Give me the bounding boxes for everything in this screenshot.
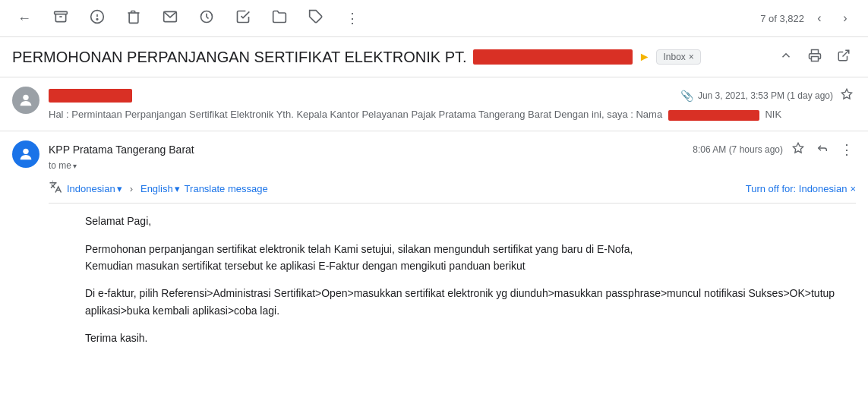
star-icon-1 xyxy=(841,88,853,104)
paperclip-icon: 📎 xyxy=(680,90,693,102)
delete-button[interactable] xyxy=(122,6,146,30)
clock-icon xyxy=(199,9,214,28)
star-button-1[interactable] xyxy=(838,87,856,105)
move-button[interactable] xyxy=(267,6,292,30)
task-button[interactable] xyxy=(231,6,255,30)
email-preview-1: Hal : Permintaan Perpanjangan Sertifikat… xyxy=(49,108,856,122)
translate-direction-icon: › xyxy=(130,183,133,194)
prev-arrow-icon: ‹ xyxy=(817,11,821,25)
archive-button[interactable] xyxy=(49,6,73,30)
translate-icon xyxy=(49,180,62,197)
report-icon xyxy=(90,9,105,28)
pagination-text: 7 of 3,822 xyxy=(760,13,804,24)
inbox-badge[interactable]: Inbox × xyxy=(656,49,700,65)
email-body: Selamat Pagi, Permohonan perpanjangan se… xyxy=(49,204,856,346)
svg-point-4 xyxy=(96,18,98,20)
report-button[interactable] xyxy=(85,6,109,30)
svg-line-9 xyxy=(843,50,849,56)
closing: Terima kasih. xyxy=(85,330,856,346)
subject-icons xyxy=(774,45,856,69)
svg-point-12 xyxy=(23,149,28,154)
star-icon-2 xyxy=(792,142,804,158)
back-button[interactable]: ← xyxy=(12,6,36,30)
email-message-1: 📎 Jun 3, 2021, 3:53 PM (1 day ago) Hal :… xyxy=(0,77,868,131)
email-icon xyxy=(163,9,178,28)
svg-rect-0 xyxy=(55,11,68,14)
new-window-icon xyxy=(837,49,851,66)
svg-marker-11 xyxy=(841,89,851,99)
inbox-close-icon[interactable]: × xyxy=(689,52,694,62)
print-icon xyxy=(808,49,822,66)
to-me-row: to me ▾ xyxy=(49,160,856,171)
to-me-dropdown-icon[interactable]: ▾ xyxy=(73,162,77,170)
subject-redacted xyxy=(473,49,633,65)
sender-name-2: KPP Pratama Tangerang Barat xyxy=(49,144,194,156)
timestamp-text-2: 8:06 AM (7 hours ago) xyxy=(693,144,783,155)
chevron-up-button[interactable] xyxy=(774,45,798,69)
to-me-text: to me xyxy=(49,160,71,171)
subject-title: PERMOHONAN PERPANJANGAN SERTIFIKAT ELEKT… xyxy=(12,49,766,66)
sender-row-1: 📎 Jun 3, 2021, 3:53 PM (1 day ago) xyxy=(49,87,856,105)
email-timestamp-1: 📎 Jun 3, 2021, 3:53 PM (1 day ago) xyxy=(680,87,856,105)
next-email-button[interactable]: › xyxy=(835,8,856,29)
prev-email-button[interactable]: ‹ xyxy=(809,8,830,29)
to-lang-dropdown-icon: ▾ xyxy=(175,183,180,194)
nik-label: NIK xyxy=(765,109,781,120)
avatar-2 xyxy=(12,140,39,168)
more-button[interactable]: ⋮ xyxy=(340,6,365,30)
back-icon: ← xyxy=(17,11,31,27)
email-header-1: 📎 Jun 3, 2021, 3:53 PM (1 day ago) Hal :… xyxy=(12,87,856,122)
tag-icon xyxy=(308,9,324,28)
next-arrow-icon: › xyxy=(843,11,847,25)
inbox-label: Inbox xyxy=(663,52,685,62)
from-lang[interactable]: Indonesian ▾ xyxy=(67,183,122,194)
translate-bar: Indonesian ▾ › English ▾ Translate messa… xyxy=(49,174,856,204)
more-vert-icon: ⋮ xyxy=(346,10,359,27)
timestamp-text-1: Jun 3, 2021, 3:53 PM (1 day ago) xyxy=(698,90,833,101)
greeting: Selamat Pagi, xyxy=(85,213,856,229)
nik-redacted xyxy=(668,110,759,121)
email-meta-1: 📎 Jun 3, 2021, 3:53 PM (1 day ago) Hal :… xyxy=(49,87,856,122)
more-vert-icon-2: ⋮ xyxy=(840,141,854,158)
turn-off-text: Turn off for: Indonesian xyxy=(746,183,847,194)
snooze-button[interactable] xyxy=(194,6,219,30)
body-para2: Di e-faktur, pilih Referensi>Administras… xyxy=(85,285,856,319)
reply-icon xyxy=(816,142,829,158)
archive-icon xyxy=(53,9,68,28)
svg-point-10 xyxy=(23,95,28,100)
task-icon xyxy=(235,9,251,28)
translate-message-button[interactable]: Translate message xyxy=(185,183,268,194)
email-button[interactable] xyxy=(158,6,182,30)
chevron-up-icon xyxy=(779,49,793,66)
sender-row-2: KPP Pratama Tangerang Barat xyxy=(49,144,194,156)
to-lang[interactable]: English ▾ xyxy=(140,183,180,194)
more-button-2[interactable]: ⋮ xyxy=(838,140,856,159)
from-lang-dropdown-icon: ▾ xyxy=(117,183,122,194)
print-button[interactable] xyxy=(803,45,827,69)
svg-marker-13 xyxy=(793,143,803,153)
pagination: 7 of 3,822 ‹ › xyxy=(760,8,856,29)
from-lang-text: Indonesian xyxy=(67,183,115,194)
preview-text-1: Hal : Permintaan Perpanjangan Sertifikat… xyxy=(49,109,662,120)
delete-icon xyxy=(126,9,141,28)
toolbar-left: ← xyxy=(12,6,760,30)
toolbar: ← xyxy=(0,0,868,37)
star-button-2[interactable] xyxy=(789,140,807,159)
svg-rect-8 xyxy=(812,56,819,61)
turn-off-button[interactable]: Turn off for: Indonesian × xyxy=(746,183,856,194)
email-message-2: KPP Pratama Tangerang Barat 8:06 AM (7 h… xyxy=(0,131,868,366)
email-meta-2: KPP Pratama Tangerang Barat 8:06 AM (7 h… xyxy=(49,140,856,357)
email-header-2: KPP Pratama Tangerang Barat 8:06 AM (7 h… xyxy=(12,140,856,357)
subject-row: PERMOHONAN PERPANJANGAN SERTIFIKAT ELEKT… xyxy=(0,37,868,77)
label-button[interactable] xyxy=(304,6,328,30)
forward-icon: ► xyxy=(639,50,651,64)
reply-button[interactable] xyxy=(813,140,832,159)
body-para1: Permohonan perpanjangan sertifikat elekt… xyxy=(85,241,856,275)
subject-text-prefix: PERMOHONAN PERPANJANGAN SERTIFIKAT ELEKT… xyxy=(12,49,467,66)
avatar-1 xyxy=(12,87,39,114)
folder-icon xyxy=(272,9,287,28)
new-window-button[interactable] xyxy=(832,45,856,69)
sender-redacted-1 xyxy=(49,89,132,103)
turn-off-close-icon[interactable]: × xyxy=(850,183,856,194)
email-timestamp-2: 8:06 AM (7 hours ago) ⋮ xyxy=(693,140,856,159)
